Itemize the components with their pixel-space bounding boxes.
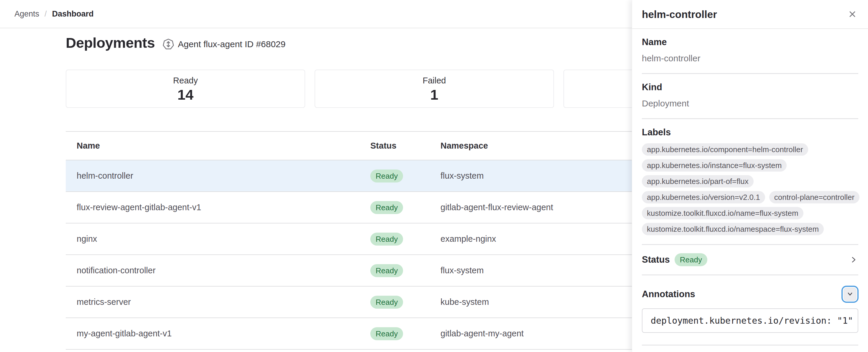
agent-info-label: Agent flux-agent ID #68029 [178, 39, 285, 49]
status-badge: Ready [370, 169, 403, 183]
close-icon [848, 10, 857, 20]
row-name: metrics-server [66, 297, 370, 307]
section-label: Status [642, 254, 670, 266]
drawer-section-spec[interactable]: Spec [642, 346, 858, 352]
drawer-section-annotations: Annotations deployment.kubernetes.io/rev… [642, 275, 858, 346]
status-badge: Ready [370, 264, 403, 277]
annotations-collapse-button[interactable] [843, 288, 857, 301]
agent-info: Agent flux-agent ID #68029 [162, 38, 285, 50]
section-label: Kind [642, 81, 858, 93]
section-label: Annotations [642, 288, 695, 300]
kubernetes-agent-icon [162, 38, 174, 50]
stat-card-label: Failed [423, 74, 446, 86]
section-value: helm-controller [642, 53, 858, 64]
stat-card-value: 1 [430, 86, 438, 103]
drawer-section-kind: Kind Deployment [642, 74, 858, 119]
stat-card-value: 14 [178, 86, 194, 103]
chevron-right-icon[interactable] [849, 255, 858, 264]
label-chip: kustomize.toolkit.fluxcd.io/namespace=fl… [642, 223, 824, 235]
status-badge: Ready [675, 253, 707, 266]
close-drawer-button[interactable] [846, 8, 859, 21]
status-badge: Ready [370, 201, 403, 214]
drawer-section-labels: Labels app.kubernetes.io/component=helm-… [642, 119, 858, 245]
label-chip: kustomize.toolkit.fluxcd.io/name=flux-sy… [642, 207, 803, 219]
section-value: Deployment [642, 98, 858, 109]
row-name: my-agent-gitlab-agent-v1 [66, 329, 370, 339]
label-chip: app.kubernetes.io/part-of=flux [642, 175, 753, 188]
row-name: notification-controller [66, 266, 370, 275]
drawer-section-status[interactable]: Status Ready [642, 245, 858, 275]
status-badge: Ready [370, 327, 403, 340]
page-title: Deployments [66, 33, 155, 53]
label-chip: app.kubernetes.io/instance=flux-system [642, 159, 786, 171]
labels-chip-list: app.kubernetes.io/component=helm-control… [642, 143, 858, 235]
row-name: nginx [66, 234, 370, 244]
details-drawer: helm-controller Name helm-controller Kin… [632, 0, 868, 352]
column-header-status: Status [370, 141, 440, 151]
label-chip: app.kubernetes.io/version=v2.0.1 [642, 191, 765, 203]
breadcrumb-current-dashboard: Dashboard [52, 9, 94, 19]
section-label: Name [642, 36, 858, 49]
row-name: helm-controller [66, 171, 370, 181]
annotations-code-block: deployment.kubernetes.io/revision: "1" [642, 308, 858, 333]
chevron-down-icon [846, 289, 855, 299]
section-label: Labels [642, 126, 858, 138]
row-name: flux-review-agent-gitlab-agent-v1 [66, 202, 370, 212]
column-header-name: Name [66, 141, 370, 151]
label-chip: control-plane=controller [769, 191, 860, 203]
label-chip: app.kubernetes.io/component=helm-control… [642, 143, 808, 156]
stat-card-label: Ready [173, 74, 198, 86]
status-badge: Ready [370, 296, 403, 309]
drawer-section-name: Name helm-controller [642, 29, 858, 74]
breadcrumb-link-agents[interactable]: Agents [14, 9, 39, 19]
stat-card-ready: Ready 14 [66, 70, 305, 108]
breadcrumb-separator: / [44, 9, 47, 19]
drawer-title: helm-controller [642, 8, 717, 20]
stat-card-failed: Failed 1 [315, 70, 554, 108]
status-badge: Ready [370, 233, 403, 246]
